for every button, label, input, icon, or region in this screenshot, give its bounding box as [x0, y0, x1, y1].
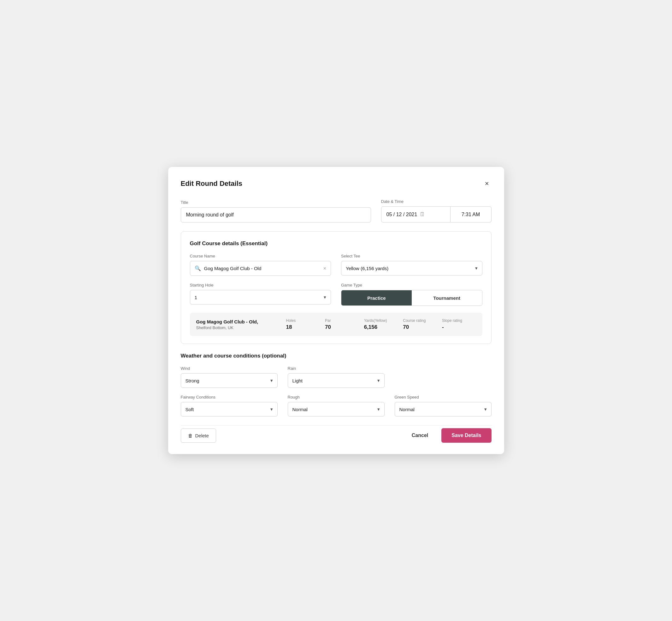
- green-speed-group: Green Speed Normal ▾: [395, 395, 492, 417]
- starting-hole-value: 1: [195, 295, 324, 300]
- select-tee-value: Yellow (6,156 yards): [346, 266, 475, 271]
- fairway-dropdown[interactable]: Soft ▾: [181, 402, 278, 417]
- rough-value: Normal: [292, 407, 377, 412]
- course-name-value: Gog Magog Golf Club - Old: [204, 266, 320, 271]
- course-info-row: Gog Magog Golf Club - Old, Shelford Bott…: [190, 313, 482, 336]
- delete-button[interactable]: 🗑 Delete: [181, 428, 216, 443]
- rain-value: Light: [292, 378, 377, 383]
- slope-rating-label: Slope rating: [442, 318, 462, 323]
- green-speed-label: Green Speed: [395, 395, 492, 400]
- weather-section-title: Weather and course conditions (optional): [181, 353, 492, 359]
- save-button[interactable]: Save Details: [442, 428, 491, 443]
- time-input[interactable]: 7:31 AM: [451, 206, 492, 222]
- course-info-name-block: Gog Magog Golf Club - Old, Shelford Bott…: [196, 319, 281, 330]
- rain-label: Rain: [288, 366, 385, 371]
- delete-label: Delete: [195, 433, 209, 438]
- wind-label: Wind: [181, 366, 278, 371]
- datetime-inputs: 05 / 12 / 2021 🗓 7:31 AM: [381, 206, 492, 222]
- starting-hole-group: Starting Hole 1 ▾: [190, 283, 331, 306]
- rough-dropdown[interactable]: Normal ▾: [288, 402, 385, 417]
- course-rating-value: 70: [403, 324, 409, 330]
- course-rating-label: Course rating: [403, 318, 426, 323]
- tournament-button[interactable]: Tournament: [412, 290, 482, 305]
- wind-dropdown[interactable]: Strong ▾: [181, 373, 278, 388]
- chevron-down-icon-4: ▾: [377, 378, 380, 383]
- par-stat: Par 70: [320, 318, 359, 330]
- slope-rating-stat: Slope rating -: [437, 318, 476, 330]
- slope-rating-value: -: [442, 324, 444, 330]
- chevron-down-icon-3: ▾: [270, 378, 273, 383]
- chevron-down-icon: ▾: [475, 265, 478, 271]
- yards-label: Yards(Yellow): [364, 318, 387, 323]
- datetime-field-group: Date & Time 05 / 12 / 2021 🗓 7:31 AM: [381, 199, 492, 222]
- course-rating-stat: Course rating 70: [398, 318, 437, 330]
- course-name-input[interactable]: 🔍 Gog Magog Golf Club - Old ×: [190, 261, 331, 276]
- title-label: Title: [181, 200, 371, 205]
- golf-section-title: Golf Course details (Essential): [190, 241, 482, 247]
- wind-rain-row: Wind Strong ▾ Rain Light ▾: [181, 366, 492, 388]
- rain-dropdown[interactable]: Light ▾: [288, 373, 385, 388]
- par-label: Par: [325, 318, 331, 323]
- edit-round-modal: Edit Round Details × Title Date & Time 0…: [168, 167, 504, 454]
- practice-button[interactable]: Practice: [341, 290, 412, 305]
- footer-right: Cancel Save Details: [406, 428, 492, 443]
- yards-value: 6,156: [364, 324, 378, 330]
- search-icon: 🔍: [195, 265, 201, 272]
- rough-label: Rough: [288, 395, 385, 400]
- select-tee-group: Select Tee Yellow (6,156 yards) ▾: [341, 254, 482, 276]
- green-speed-dropdown[interactable]: Normal ▾: [395, 402, 492, 417]
- wind-value: Strong: [185, 378, 270, 383]
- calendar-icon: 🗓: [420, 211, 425, 218]
- par-value: 70: [325, 324, 331, 330]
- course-tee-row: Course Name 🔍 Gog Magog Golf Club - Old …: [190, 254, 482, 276]
- chevron-down-icon-7: ▾: [484, 406, 487, 412]
- chevron-down-icon-5: ▾: [270, 406, 273, 412]
- game-type-label: Game Type: [341, 283, 482, 287]
- select-tee-dropdown[interactable]: Yellow (6,156 yards) ▾: [341, 261, 482, 276]
- modal-title: Edit Round Details: [181, 179, 243, 188]
- holes-value: 18: [286, 324, 292, 330]
- yards-stat: Yards(Yellow) 6,156: [359, 318, 398, 330]
- course-name-label: Course Name: [190, 254, 331, 258]
- modal-header: Edit Round Details ×: [181, 178, 492, 189]
- course-info-name: Gog Magog Golf Club - Old,: [196, 319, 281, 324]
- select-tee-label: Select Tee: [341, 254, 482, 258]
- course-name-group: Course Name 🔍 Gog Magog Golf Club - Old …: [190, 254, 331, 276]
- wind-group: Wind Strong ▾: [181, 366, 278, 388]
- modal-footer: 🗑 Delete Cancel Save Details: [181, 425, 492, 443]
- cancel-button[interactable]: Cancel: [406, 428, 434, 443]
- starting-hole-game-type-row: Starting Hole 1 ▾ Game Type Practice Tou…: [190, 283, 482, 306]
- holes-label: Holes: [286, 318, 296, 323]
- green-speed-value: Normal: [400, 407, 484, 412]
- conditions-row: Fairway Conditions Soft ▾ Rough Normal ▾…: [181, 395, 492, 417]
- rough-group: Rough Normal ▾: [288, 395, 385, 417]
- clear-icon[interactable]: ×: [323, 266, 326, 272]
- game-type-toggle: Practice Tournament: [341, 290, 482, 306]
- course-info-location: Shelford Bottom, UK: [196, 325, 281, 330]
- holes-stat: Holes 18: [281, 318, 320, 330]
- chevron-down-icon-2: ▾: [324, 294, 326, 300]
- time-value: 7:31 AM: [462, 212, 480, 217]
- rain-group: Rain Light ▾: [288, 366, 385, 388]
- weather-section: Weather and course conditions (optional)…: [181, 353, 492, 417]
- starting-hole-dropdown[interactable]: 1 ▾: [190, 290, 331, 304]
- fairway-value: Soft: [185, 407, 270, 412]
- title-datetime-row: Title Date & Time 05 / 12 / 2021 🗓 7:31 …: [181, 199, 492, 222]
- date-value: 05 / 12 / 2021: [386, 212, 417, 217]
- date-input[interactable]: 05 / 12 / 2021 🗓: [381, 206, 451, 222]
- datetime-label: Date & Time: [381, 199, 492, 204]
- game-type-group: Game Type Practice Tournament: [341, 283, 482, 306]
- title-field-group: Title: [181, 200, 371, 222]
- starting-hole-label: Starting Hole: [190, 283, 331, 287]
- golf-course-section: Golf Course details (Essential) Course N…: [181, 231, 492, 344]
- fairway-label: Fairway Conditions: [181, 395, 278, 400]
- title-input[interactable]: [181, 207, 371, 222]
- fairway-group: Fairway Conditions Soft ▾: [181, 395, 278, 417]
- chevron-down-icon-6: ▾: [377, 406, 380, 412]
- trash-icon: 🗑: [188, 433, 193, 438]
- close-button[interactable]: ×: [482, 178, 492, 189]
